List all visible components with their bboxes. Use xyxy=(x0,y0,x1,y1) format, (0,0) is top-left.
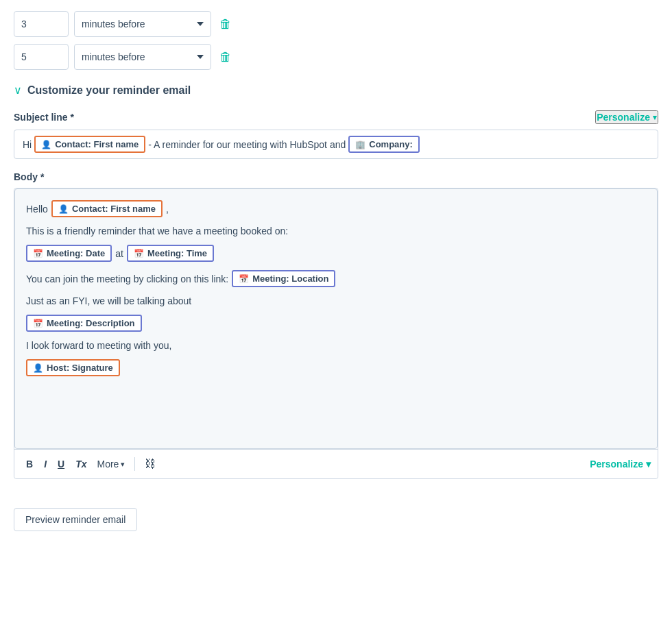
link-button[interactable]: ⛓ xyxy=(141,455,160,473)
body-line-7: I look forward to meeting with you, xyxy=(26,340,646,351)
body-text-reminder: This is a friendly reminder that we have… xyxy=(26,226,288,236)
section-header[interactable]: ∨ Customize your reminder email xyxy=(14,84,658,97)
body-line-2: This is a friendly reminder that we have… xyxy=(26,226,646,236)
underline-button[interactable]: U xyxy=(53,456,69,472)
body-label: Body * xyxy=(14,171,44,182)
token-meeting-description[interactable]: 📅 Meeting: Description xyxy=(26,315,142,332)
calendar-icon-time: 📅 xyxy=(134,249,144,258)
delete-reminder-2[interactable]: 🗑 xyxy=(217,47,235,67)
reminder-select-1[interactable]: minutes before hours before days before xyxy=(74,11,211,37)
reminder-number-1[interactable] xyxy=(14,11,69,37)
host-icon: 👤 xyxy=(33,363,43,373)
body-line-1: Hello 👤 Contact: First name , xyxy=(26,200,646,217)
body-text-fyi: Just as an FYI, we will be talking about xyxy=(26,295,191,306)
section-title: Customize your reminder email xyxy=(27,84,191,97)
body-section: Body * Hello 👤 Contact: First name , Thi… xyxy=(14,171,658,479)
contact-icon: 👤 xyxy=(41,140,51,149)
token-meeting-date[interactable]: 📅 Meeting: Date xyxy=(26,245,112,262)
subject-personalize-button[interactable]: Personalize ▾ xyxy=(595,110,658,124)
token-meeting-time[interactable]: 📅 Meeting: Time xyxy=(127,245,214,262)
bold-button[interactable]: B xyxy=(21,456,38,472)
subject-label: Subject line * xyxy=(14,112,74,123)
body-text-comma: , xyxy=(166,204,169,215)
token-meeting-company[interactable]: 🏢 Company: xyxy=(348,136,420,153)
body-text-at: at xyxy=(115,248,123,259)
subject-line-box[interactable]: Hi 👤 Contact: First name - A reminder fo… xyxy=(14,130,658,159)
body-line-3: 📅 Meeting: Date at 📅 Meeting: Time xyxy=(26,245,646,262)
reminder-select-2[interactable]: minutes before hours before days before xyxy=(74,44,211,70)
subject-text-hi: Hi xyxy=(23,139,32,150)
body-line-6: 📅 Meeting: Description xyxy=(26,315,646,332)
token-contact-firstname-subject[interactable]: 👤 Contact: First name xyxy=(34,136,145,153)
subject-text-middle: - A reminder for our meeting with HubSpo… xyxy=(148,139,346,150)
body-line-8: 👤 Host: Signature xyxy=(26,359,646,376)
subject-label-row: Subject line * Personalize ▾ xyxy=(14,110,658,124)
calendar-icon: 📅 xyxy=(33,249,43,258)
calendar-icon-desc: 📅 xyxy=(33,319,43,328)
body-text-hello: Hello xyxy=(26,204,48,215)
body-editor[interactable]: Hello 👤 Contact: First name , This is a … xyxy=(14,188,658,449)
token-host-signature[interactable]: 👤 Host: Signature xyxy=(26,359,120,376)
link-icon: ⛓ xyxy=(145,458,156,470)
trash-icon-2: 🗑 xyxy=(219,50,232,64)
section-chevron-icon: ∨ xyxy=(14,84,22,97)
toolbar-divider xyxy=(134,457,135,471)
contact-icon-body: 👤 xyxy=(58,204,69,214)
delete-reminder-1[interactable]: 🗑 xyxy=(217,14,235,34)
calendar-icon-loc: 📅 xyxy=(239,274,249,284)
body-text-join: You can join the meeting by clicking on … xyxy=(26,273,228,284)
body-personalize-chevron-icon: ▾ xyxy=(646,459,651,470)
subject-section: Subject line * Personalize ▾ Hi 👤 Contac… xyxy=(14,110,658,159)
token-contact-firstname-body[interactable]: 👤 Contact: First name xyxy=(51,200,163,217)
reminder-row-1: minutes before hours before days before … xyxy=(14,11,658,37)
preview-reminder-email-button[interactable]: Preview reminder email xyxy=(14,508,137,531)
body-text-forward: I look forward to meeting with you, xyxy=(26,340,171,351)
strikethrough-button[interactable]: Tx xyxy=(71,456,91,472)
meeting-icon: 🏢 xyxy=(355,140,365,149)
token-meeting-location[interactable]: 📅 Meeting: Location xyxy=(232,270,335,287)
more-chevron-icon: ▾ xyxy=(121,460,125,469)
editor-toolbar: B I U Tx More ▾ ⛓ Personalize ▾ xyxy=(14,449,658,478)
body-personalize-button[interactable]: Personalize ▾ xyxy=(590,459,651,470)
italic-button[interactable]: I xyxy=(39,456,51,472)
body-editor-wrap: Hello 👤 Contact: First name , This is a … xyxy=(14,188,658,479)
body-line-5: Just as an FYI, we will be talking about xyxy=(26,295,646,306)
body-line-4: You can join the meeting by clicking on … xyxy=(26,270,646,287)
body-label-row: Body * xyxy=(14,171,658,182)
reminder-row-2: minutes before hours before days before … xyxy=(14,44,658,70)
reminder-number-2[interactable] xyxy=(14,44,69,70)
personalize-chevron-icon: ▾ xyxy=(653,113,657,122)
trash-icon-1: 🗑 xyxy=(219,17,232,31)
more-button[interactable]: More ▾ xyxy=(93,456,129,472)
